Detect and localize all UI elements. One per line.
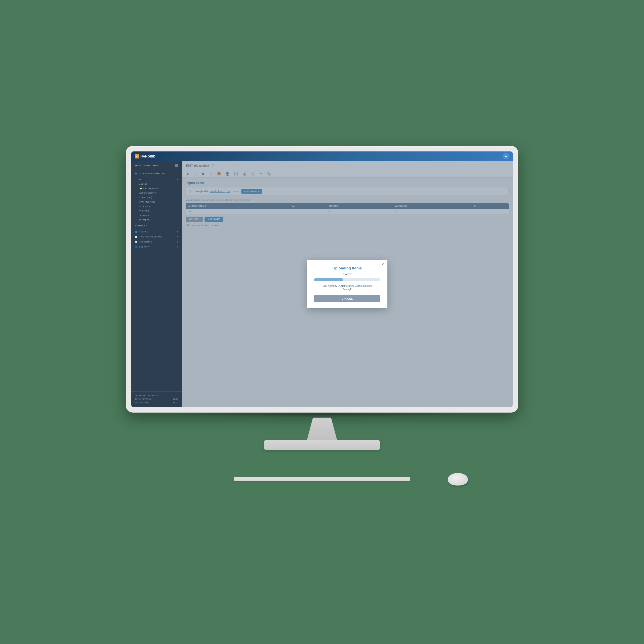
menu-icon[interactable]: ☰ [175, 164, 178, 168]
app-logo-icon: io [135, 154, 139, 158]
live-auction-label: LIVE AUCTION [139, 201, 155, 203]
no-category-label: NO CATEGORY [139, 192, 156, 194]
net-revenue-value: $0.00 [173, 401, 178, 404]
monitor-screen: io HANDBID W MAIN DASHBOARD ☰ [131, 151, 513, 407]
reporting-section-header: 📊 REPORTING ▾ [131, 239, 182, 244]
all-label: ALL (1) [139, 183, 147, 185]
app-body: MAIN DASHBOARD ☰ ⊞ AUCTION DASHBOARD ITE… [131, 161, 513, 407]
appeals-label: APPEALS [139, 214, 150, 217]
invoices-icon: 🧾 [135, 236, 138, 238]
sidebar: MAIN DASHBOARD ☰ ⊞ AUCTION DASHBOARD ITE… [131, 161, 182, 407]
item-text-line2: Jersey!! [343, 288, 351, 291]
modal-close-button[interactable]: × [382, 262, 384, 266]
keyboard [234, 477, 410, 481]
sidebar-item-categories[interactable]: 📁 CATEGORIES [131, 186, 182, 191]
item-text-line1: 118, Anthony Duclair Signed Garnet Reebo… [323, 285, 372, 287]
total-revenue-row: TOTAL REVENUE $0.00 [135, 398, 178, 400]
people-chevron[interactable]: ▾ [177, 231, 178, 233]
main-dashboard-label: MAIN DASHBOARD [135, 164, 158, 167]
header-right: W [503, 153, 509, 159]
monitor: io HANDBID W MAIN DASHBOARD ☰ [126, 146, 518, 413]
sidebar-item-appeals[interactable]: APPEALS [131, 213, 182, 218]
financial-section: FINANCIAL RESULTS TOTAL REVENUE $0.00 NE… [131, 391, 182, 407]
sidebar-item-summary[interactable]: SUMMARY [131, 222, 182, 229]
support-chevron[interactable]: ▾ [177, 246, 178, 248]
for-sale-label: FOR SALE [139, 205, 151, 208]
people-label: 👥 [135, 231, 138, 233]
sidebar-item-tickets[interactable]: TICKETS [131, 209, 182, 213]
monitor-neck [307, 418, 337, 440]
app-header: io HANDBID W [131, 151, 513, 161]
modal-item-text: 118, Anthony Duclair Signed Garnet Reebo… [314, 284, 380, 291]
sidebar-item-live-auction[interactable]: LIVE AUCTION [131, 200, 182, 204]
total-revenue-label: TOTAL REVENUE [135, 398, 151, 400]
sidebar-item-puzzles[interactable]: PUZZLES [131, 218, 182, 222]
puzzles-label: PUZZLES [139, 219, 150, 221]
items-section-label: ITEMS [135, 179, 142, 181]
sidebar-item-all[interactable]: ALL (1) [131, 182, 182, 186]
sidebar-top: MAIN DASHBOARD ☰ [131, 161, 182, 170]
support-section-header: 👤 SUPPORT ▾ [131, 244, 182, 249]
invoices-chevron[interactable]: ▾ [177, 236, 178, 238]
sidebar-item-for-sale[interactable]: FOR SALE [131, 204, 182, 209]
financial-results-label: FINANCIAL RESULTS [135, 394, 178, 396]
dashboard-icon: ⊞ [135, 172, 138, 175]
mouse [448, 473, 468, 486]
monitor-base [264, 440, 380, 450]
app-logo: io HANDBID [135, 154, 155, 158]
net-revenue-label: NET REVENUE [135, 401, 149, 404]
modal-title: Uploading Items [314, 266, 380, 270]
support-icon: 👤 [135, 246, 138, 248]
tickets-label: TICKETS [139, 210, 149, 212]
progress-bar-container [314, 278, 380, 281]
invoices-section-header: 🧾 INVOICES/RECEIPTS ▾ [131, 234, 182, 239]
sidebar-item-no-bids[interactable]: NO BIDS (1) [131, 195, 182, 200]
categories-label: CATEGORIES [143, 187, 158, 190]
reporting-text: REPORTING [139, 241, 177, 243]
modal-overlay: × Uploading Items 8 of 18 118, Anthony D… [182, 161, 513, 407]
people-text: PEOPLE [139, 231, 177, 233]
main-content: TEST add auction ⚙ ▶ ⏸ ⏹ ⊞ 🎁 👤 💬 🔒 🛒 [182, 161, 513, 407]
user-avatar[interactable]: W [503, 153, 509, 159]
upload-modal: × Uploading Items 8 of 18 118, Anthony D… [307, 260, 387, 308]
invoices-text: INVOICES/RECEIPTS [139, 236, 177, 238]
scene: io HANDBID W MAIN DASHBOARD ☰ [108, 146, 536, 498]
support-text: SUPPORT [139, 246, 177, 248]
sidebar-item-auction-dashboard[interactable]: ⊞ AUCTION DASHBOARD [131, 170, 182, 177]
items-chevron[interactable]: ▾ [177, 179, 178, 181]
sidebar-item-no-category[interactable]: NO CATEGORY [131, 191, 182, 195]
reporting-icon: 📊 [135, 241, 138, 243]
categories-icon: 📁 [139, 187, 142, 190]
summary-label: SUMMARY [135, 224, 147, 227]
app-logo-text: HANDBID [140, 154, 155, 158]
progress-bar-fill [314, 278, 343, 281]
total-revenue-value: $0.00 [173, 398, 178, 400]
no-bids-label: NO BIDS (1) [139, 196, 152, 199]
net-revenue-row: NET REVENUE $0.00 [135, 401, 178, 404]
auction-dashboard-label: AUCTION DASHBOARD [140, 172, 167, 175]
people-section-header: 👥 PEOPLE ▾ [131, 229, 182, 234]
reporting-chevron[interactable]: ▾ [177, 241, 178, 243]
items-section-header: ITEMS ▾ [131, 177, 182, 182]
modal-progress-label: 8 of 18 [314, 273, 380, 276]
modal-cancel-button[interactable]: CANCEL [314, 295, 380, 302]
